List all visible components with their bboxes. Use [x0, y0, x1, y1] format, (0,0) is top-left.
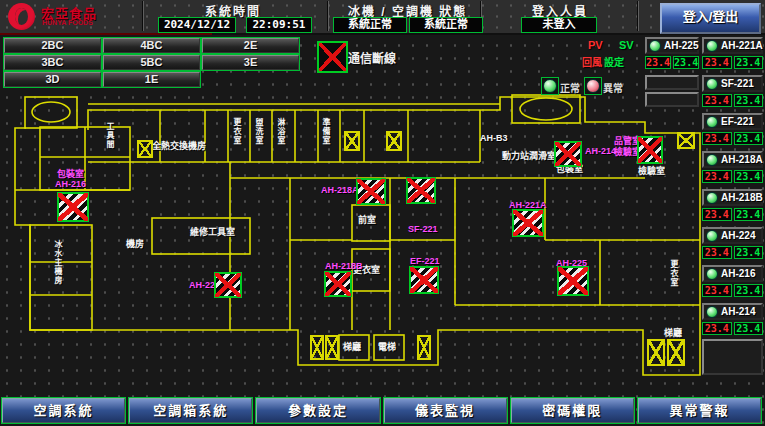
sv-desc-label: 設定: [604, 54, 624, 69]
nav-button-異常警報[interactable]: 異常警報: [638, 398, 761, 423]
floor-button-frame: 3E: [201, 54, 300, 71]
floor-button-4bc[interactable]: 4BC: [103, 38, 200, 53]
unit-pv-value: 23.4: [702, 94, 732, 107]
unit-ah-218b[interactable]: AH-218B: [702, 189, 763, 206]
stair-icon: [137, 140, 153, 158]
ahu-commfail-icon[interactable]: [356, 178, 386, 205]
unit-status-lamp: [706, 268, 718, 280]
login-logout-button[interactable]: 登入/登出: [660, 3, 761, 34]
ahu-status-value: 系統正常: [409, 17, 483, 33]
unit-values: 23.423.4: [702, 170, 763, 183]
floor-button-frame: 5BC: [102, 54, 201, 71]
unit-values: 23.423.4: [702, 284, 763, 297]
stair-icon: [344, 131, 360, 151]
unit-ah-216[interactable]: AH-216: [702, 265, 763, 282]
unit-slot-empty: [645, 75, 699, 90]
floor-button-3bc[interactable]: 3BC: [4, 55, 101, 70]
ahu-commfail-icon[interactable]: [554, 141, 582, 167]
ahu-commfail-icon[interactable]: [409, 266, 439, 294]
plan-room-label: 工具間: [104, 122, 114, 149]
floor-button-3d[interactable]: 3D: [4, 72, 101, 87]
plan-room-label: 梯廳: [343, 342, 361, 352]
nav-button-密碼權限[interactable]: 密碼權限: [511, 398, 634, 423]
floor-button-5bc[interactable]: 5BC: [103, 55, 200, 70]
nav-button-空調系統[interactable]: 空調系統: [2, 398, 125, 423]
unit-ah-224[interactable]: AH-224: [702, 227, 763, 244]
unit-ah-214[interactable]: AH-214: [702, 303, 763, 320]
stair-icon: [667, 339, 685, 366]
plan-room-label: 盥洗室: [253, 118, 263, 145]
nav-button-frame: 參數設定: [255, 397, 380, 424]
unit-sv-value: 23.4: [734, 170, 764, 183]
stair-icon: [310, 335, 324, 360]
unit-ah-225[interactable]: AH-225: [645, 37, 699, 54]
plan-unit-label: EF-221: [410, 256, 440, 266]
ahu-commfail-icon[interactable]: [406, 177, 436, 204]
unit-ah-218a[interactable]: AH-218A: [702, 151, 763, 168]
unit-name-label: AH-224: [721, 230, 755, 241]
stair-icon: [386, 131, 402, 151]
company-name-en: HUNYA FOODS: [42, 19, 93, 26]
unit-values: 23.423.4: [702, 208, 763, 221]
floor-button-2bc[interactable]: 2BC: [4, 38, 101, 53]
floor-button-3e[interactable]: 3E: [202, 55, 299, 70]
plan-room-label: 更衣室: [668, 260, 678, 287]
unit-name-label: EF-221: [721, 116, 754, 127]
plan-room-label: 更衣室: [231, 118, 241, 145]
unit-pv-value: 23.4: [702, 246, 732, 259]
ahu-commfail-icon[interactable]: [324, 271, 352, 297]
ahu-commfail-icon[interactable]: [214, 272, 242, 298]
pv-desc-label: 回風: [582, 54, 602, 69]
floor-button-frame: 2E: [201, 37, 300, 54]
stair-icon: [417, 335, 431, 360]
floor-button-frame: 4BC: [102, 37, 201, 54]
nav-button-空調箱系統[interactable]: 空調箱系統: [129, 398, 252, 423]
nav-button-frame: 異常警報: [637, 397, 762, 424]
floor-button-1e[interactable]: 1E: [103, 72, 200, 87]
header-underline: [0, 33, 212, 35]
ahu-commfail-icon[interactable]: [512, 209, 544, 237]
unit-status-lamp: [706, 154, 718, 166]
nav-button-frame: 儀表監視: [383, 397, 508, 424]
floor-button-frame: 2BC: [3, 37, 102, 54]
unit-sf-221[interactable]: SF-221: [702, 75, 763, 92]
plan-room-label: 淋浴室: [275, 118, 285, 145]
unit-status-lamp: [706, 40, 718, 52]
plan-room-label: 全熱交換機房: [152, 141, 206, 151]
unit-sv-value: 23.4: [734, 322, 764, 335]
plan-unit-label: AH-214: [585, 146, 616, 156]
plan-unit-label: AH-216: [55, 179, 86, 189]
comm-fail-label: 通信斷線: [348, 49, 396, 66]
plan-room-label: 前室: [358, 215, 376, 225]
ahu-commfail-icon[interactable]: [57, 192, 89, 222]
unit-pv-value: 23.4: [645, 56, 671, 69]
chiller-status-value: 系統正常: [333, 17, 407, 33]
floor-button-2e[interactable]: 2E: [202, 38, 299, 53]
unit-sv-value: 23.4: [673, 56, 699, 69]
unit-status-lamp: [649, 40, 661, 52]
login-user-value: 未登入: [521, 17, 597, 33]
nav-button-儀表監視[interactable]: 儀表監視: [384, 398, 507, 423]
unit-name-label: AH-214: [721, 306, 755, 317]
unit-name-label: SF-221: [721, 78, 754, 89]
unit-pv-value: 23.4: [702, 322, 732, 335]
header-separator: [327, 1, 329, 31]
unit-name-label: AH-221A: [721, 40, 763, 51]
unit-values: 23.423.4: [702, 246, 763, 259]
plan-room-label: 維修工具室: [190, 227, 235, 237]
unit-ef-221[interactable]: EF-221: [702, 113, 763, 130]
ahu-commfail-icon[interactable]: [557, 266, 589, 296]
unit-sv-value: 23.4: [734, 132, 764, 145]
header-separator: [142, 1, 144, 31]
ahu-commfail-icon[interactable]: [637, 136, 663, 164]
unit-sv-value: 23.4: [734, 246, 764, 259]
unit-name-label: AH-218B: [721, 192, 763, 203]
unit-slot-empty: [702, 339, 763, 375]
plan-unit-label: AH-218A: [321, 185, 359, 195]
stair-icon: [677, 132, 695, 149]
nav-button-參數設定[interactable]: 參數設定: [256, 398, 379, 423]
unit-ah-221a[interactable]: AH-221A: [702, 37, 763, 54]
plan-room-label: 梯廳: [664, 328, 682, 338]
stair-icon: [325, 335, 339, 360]
plan-room-label: 動力站潤滑室: [502, 151, 556, 161]
